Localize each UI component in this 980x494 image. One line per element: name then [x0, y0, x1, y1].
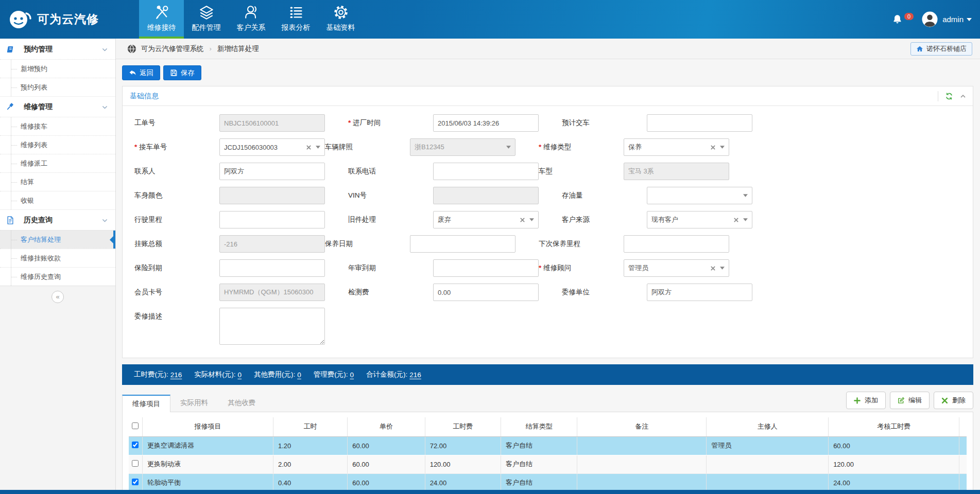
avatar[interactable]	[922, 11, 938, 27]
row-checkbox[interactable]	[132, 442, 139, 448]
sidebar-item-repair-credit-collect[interactable]: 维修挂账收款	[0, 249, 115, 267]
main-area: 可为云汽修管理系统 › 新增结算处理 诺怀石桥铺店 返回	[116, 39, 980, 494]
entrust-desc-textarea[interactable]	[219, 308, 325, 345]
summary-value-link[interactable]: 216	[409, 371, 421, 379]
customer-source-select[interactable]: 现有客户	[647, 211, 752, 228]
bell-icon[interactable]	[892, 14, 903, 25]
select-all-checkbox[interactable]	[132, 422, 139, 429]
table-cell: 轮胎动平衡	[142, 473, 273, 492]
field-entrust-desc: 委修描述	[134, 308, 325, 345]
username-dropdown[interactable]: admin	[942, 15, 964, 24]
table-cell: 更换制动液	[142, 455, 273, 473]
caret-down-icon[interactable]	[743, 194, 748, 197]
nav-item-report-analysis[interactable]: 报表分析	[273, 0, 318, 39]
table-row[interactable]: 轮胎动平衡0.4060.0024.00客户自结24.00	[129, 473, 967, 492]
caret-down-icon[interactable]	[506, 146, 511, 149]
edit-pencil-icon	[898, 397, 904, 404]
sidebar-item-settlement[interactable]: 结算	[0, 172, 115, 191]
field-next-maintenance-mileage: 下次保养里程	[539, 235, 729, 253]
row-checkbox[interactable]	[132, 460, 139, 467]
summary-value-link[interactable]: 0	[238, 371, 242, 379]
caret-down-icon[interactable]	[316, 146, 320, 149]
summary-value-link[interactable]: 0	[297, 371, 301, 379]
maintenance-date-input[interactable]	[410, 235, 515, 253]
caret-down-icon[interactable]	[529, 218, 534, 221]
caret-down-icon[interactable]	[720, 267, 725, 270]
table-cell: 60.00	[348, 455, 425, 473]
save-button[interactable]: 保存	[163, 65, 201, 80]
vin-input[interactable]	[433, 187, 539, 204]
service-advisor-select[interactable]: 管理员	[624, 259, 729, 277]
delete-button[interactable]: 删除	[934, 392, 973, 409]
caret-down-icon[interactable]	[743, 218, 748, 221]
entrust-unit-input[interactable]	[647, 284, 752, 301]
nav-item-basic-data[interactable]: 基础资料	[318, 0, 363, 39]
car-model-input[interactable]	[624, 163, 729, 180]
edit-button-label: 编辑	[908, 396, 922, 405]
entry-time-input[interactable]	[433, 114, 539, 132]
sidebar-group-history[interactable]: 历史查询	[0, 209, 115, 230]
add-button[interactable]: 添加	[846, 392, 886, 409]
table-cell: 1.20	[273, 436, 347, 455]
clear-icon[interactable]	[734, 218, 738, 222]
refresh-icon[interactable]	[945, 92, 953, 100]
nav-item-repair-reception[interactable]: 维修接待	[139, 0, 184, 39]
work-order-no-input[interactable]	[219, 114, 325, 132]
clear-icon[interactable]	[711, 145, 715, 150]
summary-value-link[interactable]: 216	[170, 371, 182, 379]
tab-repair-items[interactable]: 维修项目	[122, 395, 170, 412]
panel-tools	[938, 91, 967, 101]
table-row[interactable]: 更换空调滤清器1.2060.0072.00客户自结管理员60.00	[129, 436, 967, 455]
caret-down-icon[interactable]	[720, 146, 725, 149]
plate-no-select[interactable]: 浙B12345	[410, 138, 515, 156]
sidebar-item-repair-history[interactable]: 维修历史查询	[0, 267, 115, 286]
body-color-input[interactable]	[219, 187, 325, 204]
tab-actual-materials[interactable]: 实际用料	[170, 395, 218, 412]
sidebar-group-appointment[interactable]: 预约管理	[0, 39, 115, 59]
clear-icon[interactable]	[520, 218, 525, 222]
credit-total-input[interactable]	[219, 235, 325, 253]
sidebar-item-appointment-list[interactable]: 预约列表	[0, 78, 115, 96]
contact-input[interactable]	[219, 163, 325, 180]
breadcrumb-system[interactable]: 可为云汽修管理系统	[141, 44, 204, 54]
clear-icon[interactable]	[306, 145, 311, 150]
insurance-expiry-input[interactable]	[219, 259, 325, 277]
member-card-no-input[interactable]	[219, 284, 325, 301]
table-row[interactable]: 更换制动液2.0060.00120.00客户自结120.00	[129, 455, 967, 473]
field-label: *维修类型	[539, 143, 624, 152]
collapse-panel-icon[interactable]	[959, 93, 967, 100]
next-maintenance-mileage-input[interactable]	[624, 235, 729, 253]
sidebar-item-customer-settlement[interactable]: 客户结算处理	[0, 230, 115, 249]
sidebar-collapse-button[interactable]: «	[51, 291, 64, 303]
table-header-row: 报修项目工时单价工时费结算类型备注主修人考核工时费	[129, 417, 967, 436]
sidebar-item-repair-list[interactable]: 维修列表	[0, 135, 115, 154]
summary-value-link[interactable]: 0	[350, 371, 354, 379]
notification-badge[interactable]: 0	[904, 13, 914, 20]
annual-inspection-expiry-input[interactable]	[433, 259, 539, 277]
summary-label: 工时费(元):	[134, 370, 168, 379]
clear-icon[interactable]	[711, 266, 715, 271]
old-parts-disposal-select[interactable]: 废弃	[433, 211, 539, 228]
sidebar-item-repair-receive[interactable]: 维修接车	[0, 117, 115, 135]
inspection-fee-input[interactable]	[433, 284, 539, 301]
tab-other-charges[interactable]: 其他收费	[218, 395, 265, 412]
receive-order-no-select[interactable]: JCDJ1506030003	[219, 138, 325, 156]
caret-down-icon[interactable]	[967, 18, 972, 21]
contact-phone-input[interactable]	[433, 163, 539, 180]
store-button[interactable]: 诺怀石桥铺店	[910, 42, 972, 56]
nav-item-parts-management[interactable]: 配件管理	[184, 0, 229, 39]
expected-delivery-input[interactable]	[647, 114, 752, 132]
edit-button[interactable]: 编辑	[890, 392, 930, 409]
fuel-level-select[interactable]	[647, 187, 752, 204]
sidebar-group-repair[interactable]: 维修管理	[0, 96, 115, 117]
repair-type-select[interactable]: 保养	[624, 138, 729, 156]
sidebar-item-new-appointment[interactable]: 新增预约	[0, 59, 115, 78]
sidebar-item-repair-dispatch[interactable]: 维修派工	[0, 154, 115, 172]
mileage-input[interactable]	[219, 211, 325, 228]
table-cell: 60.00	[348, 473, 425, 492]
nav-item-customer-relations[interactable]: 客户关系	[229, 0, 273, 39]
back-button[interactable]: 返回	[122, 65, 160, 80]
cell-spacer	[959, 455, 967, 473]
row-checkbox[interactable]	[132, 479, 139, 485]
sidebar-item-cashier[interactable]: 收银	[0, 191, 115, 209]
